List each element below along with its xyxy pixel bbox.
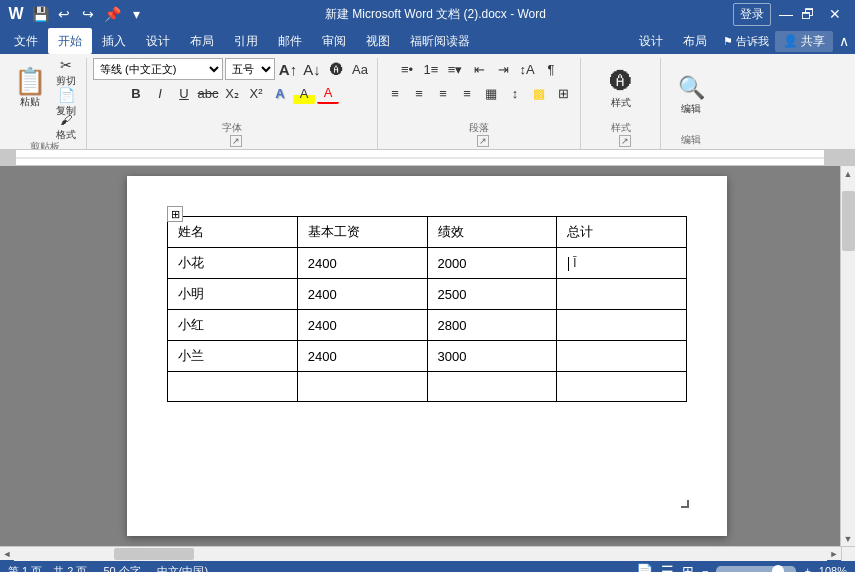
font-color-button[interactable]: A xyxy=(317,82,339,104)
multilevel-button[interactable]: ≡▾ xyxy=(444,58,466,80)
menu-design[interactable]: 设计 xyxy=(136,28,180,54)
align-left-button[interactable]: ≡ xyxy=(384,82,406,104)
numbering-button[interactable]: 1≡ xyxy=(420,58,442,80)
line-spacing-button[interactable]: ↕ xyxy=(504,82,526,104)
text-highlight-button[interactable]: A xyxy=(293,82,315,104)
cell-base-1[interactable]: 2400 xyxy=(297,279,427,310)
login-button[interactable]: 登录 xyxy=(733,3,771,26)
scroll-down-button[interactable]: ▼ xyxy=(841,531,856,546)
menu-mail[interactable]: 邮件 xyxy=(268,28,312,54)
format-painter-button[interactable]: 🖌格式 xyxy=(52,118,80,136)
menu-insert[interactable]: 插入 xyxy=(92,28,136,54)
font-name-selector[interactable]: 等线 (中文正文) xyxy=(93,58,223,80)
cell-base-0[interactable]: 2400 xyxy=(297,248,427,279)
menu-table-design[interactable]: 设计 xyxy=(629,28,673,54)
menu-home[interactable]: 开始 xyxy=(48,28,92,54)
share-button[interactable]: 👤 共享 xyxy=(775,31,833,52)
bullets-button[interactable]: ≡• xyxy=(396,58,418,80)
cell-name-4[interactable] xyxy=(168,372,298,402)
cell-name-3[interactable]: 小兰 xyxy=(168,341,298,372)
cell-perf-2[interactable]: 2800 xyxy=(427,310,557,341)
cell-total-1[interactable] xyxy=(557,279,687,310)
editing-button[interactable]: 🔍 编辑 xyxy=(671,66,711,126)
change-case-button[interactable]: Aa xyxy=(349,58,371,80)
restore-button[interactable]: 🗗 xyxy=(801,6,815,22)
menu-foxit[interactable]: 福昕阅读器 xyxy=(400,28,480,54)
scroll-thumb[interactable] xyxy=(842,191,855,251)
cell-base-3[interactable]: 2400 xyxy=(297,341,427,372)
redo-button[interactable]: ↪ xyxy=(78,4,98,24)
pin-button[interactable]: 📌 xyxy=(102,4,122,24)
sort-button[interactable]: ↕A xyxy=(516,58,538,80)
table-move-handle[interactable]: ⊞ xyxy=(167,206,183,222)
paragraph-expander[interactable]: ↗ xyxy=(477,135,489,147)
cell-total-4[interactable] xyxy=(557,372,687,402)
column-button[interactable]: ▦ xyxy=(480,82,502,104)
menu-layout[interactable]: 布局 xyxy=(180,28,224,54)
customize-button[interactable]: ▾ xyxy=(126,4,146,24)
cell-base-4[interactable] xyxy=(297,372,427,402)
zoom-out-button[interactable]: − xyxy=(702,565,708,572)
minimize-button[interactable]: — xyxy=(779,6,793,22)
menu-file[interactable]: 文件 xyxy=(4,28,48,54)
cell-total-0[interactable]: Ī xyxy=(557,248,687,279)
cell-name-0[interactable]: 小花 xyxy=(168,248,298,279)
ribbon-collapse-button[interactable]: ∧ xyxy=(833,33,855,49)
cut-button[interactable]: ✂剪切 xyxy=(52,58,80,86)
italic-button[interactable]: I xyxy=(149,82,171,104)
font-increase-button[interactable]: A↑ xyxy=(277,58,299,80)
cell-name-2[interactable]: 小红 xyxy=(168,310,298,341)
h-scroll-track[interactable] xyxy=(14,547,827,561)
menu-table-layout[interactable]: 布局 xyxy=(673,28,717,54)
scroll-track[interactable] xyxy=(841,181,856,531)
menu-view[interactable]: 视图 xyxy=(356,28,400,54)
cell-total-2[interactable] xyxy=(557,310,687,341)
subscript-button[interactable]: X₂ xyxy=(221,82,243,104)
shading-button[interactable]: ▩ xyxy=(528,82,550,104)
font-expander[interactable]: ↗ xyxy=(230,135,242,147)
font-decrease-button[interactable]: A↓ xyxy=(301,58,323,80)
styles-expander[interactable]: ↗ xyxy=(619,135,631,147)
view-icon-1[interactable]: 📄 xyxy=(636,563,653,572)
save-button[interactable]: 💾 xyxy=(30,4,50,24)
undo-button[interactable]: ↩ xyxy=(54,4,74,24)
cell-perf-0[interactable]: 2000 xyxy=(427,248,557,279)
tell-me-button[interactable]: ⚑ 告诉我 xyxy=(717,34,775,49)
zoom-in-button[interactable]: + xyxy=(804,565,810,572)
cell-perf-1[interactable]: 2500 xyxy=(427,279,557,310)
zoom-thumb[interactable] xyxy=(772,565,784,572)
cell-name-1[interactable]: 小明 xyxy=(168,279,298,310)
scroll-right-button[interactable]: ► xyxy=(827,547,841,561)
align-center-button[interactable]: ≡ xyxy=(408,82,430,104)
bold-button[interactable]: B xyxy=(125,82,147,104)
scroll-left-button[interactable]: ◄ xyxy=(0,547,14,561)
close-button[interactable]: ✕ xyxy=(823,4,847,24)
cell-perf-4[interactable] xyxy=(427,372,557,402)
cell-base-2[interactable]: 2400 xyxy=(297,310,427,341)
decrease-indent-button[interactable]: ⇤ xyxy=(468,58,490,80)
border-button[interactable]: ⊞ xyxy=(552,82,574,104)
show-marks-button[interactable]: ¶ xyxy=(540,58,562,80)
text-effect-button[interactable]: A xyxy=(269,82,291,104)
table-resize-handle[interactable] xyxy=(681,500,689,508)
align-right-button[interactable]: ≡ xyxy=(432,82,454,104)
zoom-slider[interactable] xyxy=(716,566,796,572)
styles-button[interactable]: 🅐 样式 xyxy=(601,60,641,120)
increase-indent-button[interactable]: ⇥ xyxy=(492,58,514,80)
strikethrough-button[interactable]: abc xyxy=(197,82,219,104)
view-icon-2[interactable]: ☰ xyxy=(661,563,674,572)
view-icon-3[interactable]: ⊞ xyxy=(682,563,694,572)
cell-perf-3[interactable]: 3000 xyxy=(427,341,557,372)
font-size-selector[interactable]: 五号 xyxy=(225,58,275,80)
menu-references[interactable]: 引用 xyxy=(224,28,268,54)
document-container[interactable]: ⊞ 姓名 基本工资 绩效 总计 小花 2400 2000 Ī xyxy=(14,166,840,546)
paste-button[interactable]: 📋 粘贴 xyxy=(10,58,50,118)
underline-button[interactable]: U xyxy=(173,82,195,104)
scroll-up-button[interactable]: ▲ xyxy=(841,166,856,181)
menu-review[interactable]: 审阅 xyxy=(312,28,356,54)
h-scroll-thumb[interactable] xyxy=(114,548,194,560)
cell-total-3[interactable] xyxy=(557,341,687,372)
superscript-button[interactable]: X² xyxy=(245,82,267,104)
clear-format-button[interactable]: 🅐 xyxy=(325,58,347,80)
justify-button[interactable]: ≡ xyxy=(456,82,478,104)
